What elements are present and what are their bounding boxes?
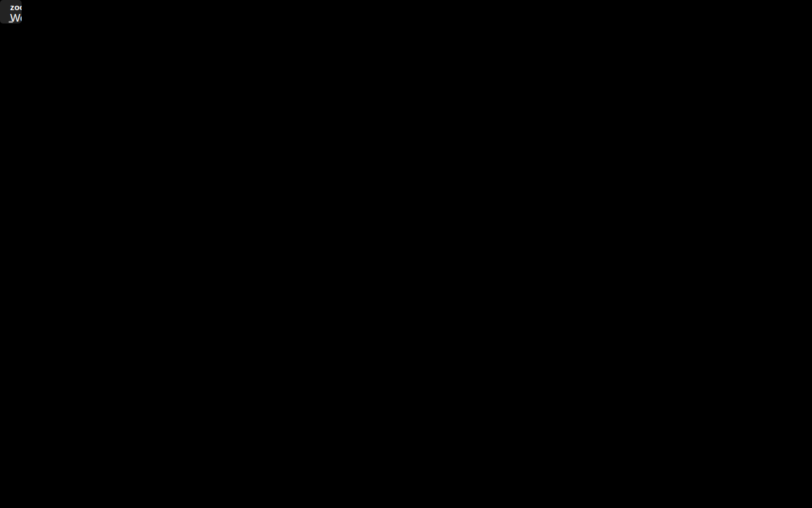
zoom-meeting-window: zoom Workplace Meeting A ARTHITTAYA's sc… — [0, 0, 22, 23]
titlebar: zoom Workplace Meeting A ARTHITTAYA's sc… — [0, 0, 22, 23]
zoom-workplace-logo: zoom Workplace — [10, 3, 22, 23]
